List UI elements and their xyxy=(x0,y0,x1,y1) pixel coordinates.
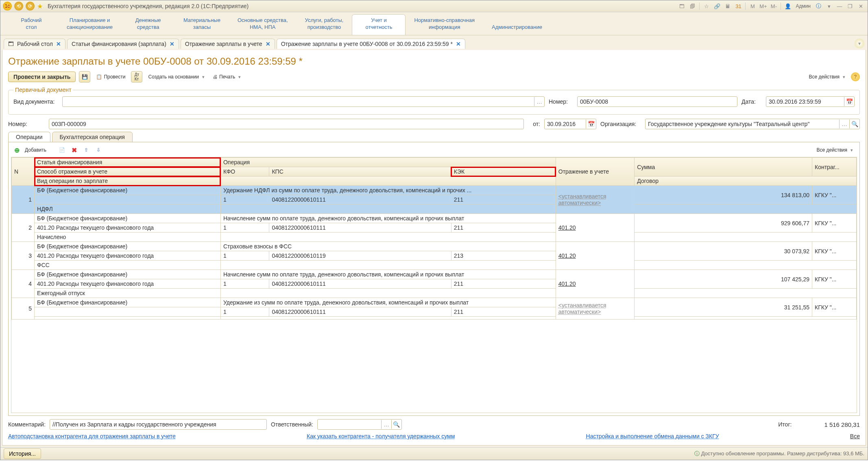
table-row[interactable]: 1 БФ (Бюджетное финансирование) Удержани… xyxy=(12,186,857,195)
table-row[interactable]: Ежегодный отпуск xyxy=(12,289,857,298)
col-kek[interactable]: КЭК xyxy=(451,167,556,176)
table-row[interactable]: 2 БФ (Бюджетное финансирование) Начислен… xyxy=(12,214,857,223)
table-row[interactable]: 4 БФ (Бюджетное финансирование) Начислен… xyxy=(12,270,857,279)
delete-row-icon[interactable]: ✖ xyxy=(70,146,78,154)
save-icon[interactable]: 💾 xyxy=(79,71,90,83)
responsible-field[interactable]: … 🔍 xyxy=(317,419,402,430)
create-based-button[interactable]: Создать на основании xyxy=(146,72,207,81)
link-zkgu-exchange[interactable]: Настройка и выполнение обмена данными с … xyxy=(586,433,719,439)
close-icon[interactable]: ✕ xyxy=(856,2,865,11)
calendar-icon[interactable]: 31 xyxy=(734,2,743,11)
calendar-icon[interactable]: 📅 xyxy=(586,120,596,128)
forward-icon[interactable]: ⟳ xyxy=(26,2,35,11)
grid[interactable]: N Статья финансирования Операция Отражен… xyxy=(11,157,857,413)
doc-type-field[interactable]: … xyxy=(62,96,545,107)
tab-desktop[interactable]: 🗔 Рабочий стол ✕ xyxy=(4,39,65,49)
copy-row-icon[interactable]: 📄 xyxy=(58,146,66,154)
col-sum[interactable]: Сумма xyxy=(635,158,812,176)
col-reflect-method[interactable]: Способ отражения в учете xyxy=(35,167,221,176)
tab-close-icon[interactable]: ✕ xyxy=(456,41,461,47)
tab-fin-articles[interactable]: Статьи финансирования (зарплата) ✕ xyxy=(67,39,179,49)
select-icon[interactable]: … xyxy=(534,97,544,106)
m-icon[interactable]: M xyxy=(748,2,757,11)
nav-fixed-assets[interactable]: Основные средства, НМА, НПА xyxy=(229,14,297,35)
add-row-label[interactable]: Добавить xyxy=(25,147,46,153)
favorite-icon[interactable]: ★ xyxy=(37,2,43,10)
table-row[interactable]: 3 БФ (Бюджетное финансирование) Страховы… xyxy=(12,242,857,251)
tab-close-icon[interactable]: ✕ xyxy=(170,41,174,47)
calc-icon[interactable]: 🖩 xyxy=(723,2,732,11)
org-field[interactable]: Государственное учреждение культуры "Теа… xyxy=(645,119,860,129)
nav-accounting[interactable]: Учет и отчетность xyxy=(352,14,406,35)
nav-services[interactable]: Услуги, работы, производство xyxy=(297,14,352,35)
tab-close-icon[interactable]: ✕ xyxy=(266,41,270,47)
nav-desktop[interactable]: Рабочий стол xyxy=(4,14,58,35)
nav-admin[interactable]: Администрирование xyxy=(483,21,551,35)
col-operation[interactable]: Операция xyxy=(220,158,556,167)
col-salary-op[interactable]: Вид операции по зарплате xyxy=(35,176,221,186)
col-reflection[interactable]: Отражение в учете xyxy=(556,158,635,186)
search-icon[interactable]: 🔍 xyxy=(849,120,859,128)
move-up-icon[interactable]: ⇧ xyxy=(82,146,90,154)
help-icon[interactable]: ? xyxy=(851,72,860,81)
number2-field[interactable]: 003П-000009 xyxy=(49,119,524,129)
dropdown-icon[interactable]: ▾ xyxy=(824,2,833,11)
nav-reference[interactable]: Нормативно-справочная информация xyxy=(406,14,483,35)
nav-cash[interactable]: Денежные средства xyxy=(121,14,175,35)
from-date-field[interactable]: 30.09.2016 📅 xyxy=(544,119,596,129)
history-button[interactable]: История... xyxy=(4,448,41,459)
user-label[interactable]: Админ xyxy=(794,3,812,9)
toolbar-icon-2[interactable]: 🗐 xyxy=(688,2,697,11)
footer-row: Комментарий: //Получен из Зарплата и кад… xyxy=(8,416,860,431)
table-row[interactable]: ФСС xyxy=(12,261,857,270)
tab-operations[interactable]: Операции xyxy=(8,132,50,142)
tab-accounting-op[interactable]: Бухгалтерская операция xyxy=(52,132,133,142)
minimize-icon[interactable]: — xyxy=(835,2,844,11)
all-actions-button[interactable]: Все действия xyxy=(807,72,848,81)
tab-close-icon[interactable]: ✕ xyxy=(56,41,61,47)
select-icon[interactable]: … xyxy=(381,420,391,429)
col-fin-article[interactable]: Статья финансирования xyxy=(35,158,221,167)
link-auto-counterparty[interactable]: Автоподстановка контрагента для отражени… xyxy=(8,433,176,439)
col-kfo[interactable]: КФО xyxy=(220,167,269,176)
link-icon[interactable]: 🔗 xyxy=(713,2,722,11)
date-field[interactable]: 30.09.2016 23:59:59 📅 xyxy=(766,96,855,107)
search-icon[interactable]: 🔍 xyxy=(391,420,401,429)
post-button[interactable]: 📋Провести xyxy=(94,72,128,81)
table-row[interactable]: Начислено xyxy=(12,233,857,242)
star-outline-icon[interactable]: ☆ xyxy=(702,2,711,11)
m-minus-icon[interactable]: M- xyxy=(769,2,778,11)
m-plus-icon[interactable]: M+ xyxy=(759,2,768,11)
app-logo-icon[interactable]: 1c xyxy=(3,2,12,11)
link-all[interactable]: Все xyxy=(850,433,860,439)
table-row[interactable]: НДФЛ xyxy=(12,204,857,214)
tab-salary-reflection-list[interactable]: Отражение зарплаты в учете ✕ xyxy=(181,39,275,49)
select-icon[interactable]: … xyxy=(839,120,849,128)
col-kps[interactable]: КПС xyxy=(269,167,451,176)
maximize-icon[interactable]: ❐ xyxy=(846,2,855,11)
col-contract[interactable]: Договор xyxy=(635,176,857,186)
total-label: Итог: xyxy=(778,421,792,428)
expand-icon[interactable]: ▾ xyxy=(855,39,864,48)
col-counterparty[interactable]: Контраг... xyxy=(812,158,857,176)
back-icon[interactable]: ⟲ xyxy=(14,2,23,11)
link-how-specify-counterparty[interactable]: Как указать контрагента - получателя уде… xyxy=(307,433,455,439)
print-button[interactable]: 🖨Печать xyxy=(210,72,243,81)
from-label: от: xyxy=(528,121,540,127)
info-icon[interactable]: ⓘ xyxy=(814,2,823,11)
number-field[interactable]: 00БУ-0008 xyxy=(577,96,737,107)
tab-salary-reflection-doc[interactable]: Отражение зарплаты в учете 00БУ-0008 от … xyxy=(277,39,465,49)
dt-kt-icon[interactable]: ДтКт xyxy=(131,71,142,83)
move-down-icon[interactable]: ⇩ xyxy=(94,146,103,154)
calendar-icon[interactable]: 📅 xyxy=(844,97,854,106)
add-row-icon[interactable]: ⊕ xyxy=(13,146,21,154)
table-all-actions[interactable]: Все действия xyxy=(814,146,855,154)
nav-materials[interactable]: Материальные запасы xyxy=(175,14,229,35)
nav-planning[interactable]: Планирование и санкционирование xyxy=(58,14,121,35)
post-and-close-button[interactable]: Провести и закрыть xyxy=(8,72,76,82)
table-row[interactable]: 5 БФ (Бюджетное финансирование) Удержани… xyxy=(12,298,857,307)
col-n[interactable]: N xyxy=(12,158,35,186)
table-row[interactable] xyxy=(12,317,857,320)
toolbar-icon-1[interactable]: 🗔 xyxy=(677,2,686,11)
comment-field[interactable]: //Получен из Зарплата и кадры государств… xyxy=(50,419,267,430)
